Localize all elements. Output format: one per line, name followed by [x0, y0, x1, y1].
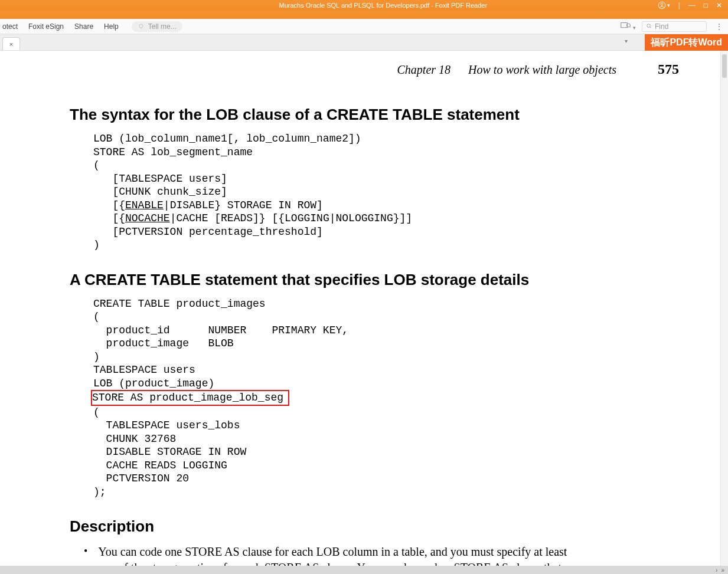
bullet-1: • You can code one STORE AS clause for e…	[84, 544, 685, 566]
svg-point-2	[139, 24, 143, 28]
more-menu[interactable]: ⋮	[713, 22, 726, 31]
status-bar: › »	[0, 566, 728, 574]
esign-tab[interactable]: Foxit eSign	[28, 22, 64, 31]
bullet-icon: •	[84, 544, 87, 566]
tell-me-placeholder: Tell me...	[148, 22, 177, 31]
page-content: Chapter 18 How to work with large object…	[0, 51, 720, 566]
find-input[interactable]: Find	[642, 21, 707, 32]
svg-point-5	[647, 24, 651, 28]
vertical-scrollbar[interactable]	[720, 51, 728, 566]
section-1-title: The syntax for the LOB clause of a CREAT…	[70, 106, 685, 124]
section-2-title: A CREATE TABLE statement that specifies …	[70, 271, 685, 289]
document-tab[interactable]: ×	[2, 37, 20, 50]
status-next-icon[interactable]: ›	[716, 567, 717, 573]
find-placeholder: Find	[655, 22, 668, 31]
pdf-to-word-button[interactable]: 福昕PDF转Word	[645, 34, 728, 51]
maximize-button[interactable]: □	[704, 1, 708, 9]
svg-point-1	[661, 3, 663, 5]
description-title: Description	[70, 517, 685, 536]
ribbon-spacer	[0, 11, 728, 19]
minimize-button[interactable]: —	[688, 1, 696, 9]
svg-rect-3	[621, 23, 627, 28]
highlighted-code: STORE AS product_image_lob_seg	[91, 390, 289, 406]
scrollbar-thumb[interactable]	[722, 54, 727, 78]
protect-tab[interactable]: otect	[2, 22, 18, 31]
window-title: Murachs Oracle SQL and PLSQL for Develop…	[109, 2, 658, 9]
bulb-icon	[138, 23, 145, 30]
tell-me-search[interactable]: Tell me...	[132, 21, 182, 32]
document-viewport[interactable]: Chapter 18 How to work with large object…	[0, 51, 720, 566]
chapter-label: Chapter 18	[397, 63, 451, 77]
share-tab[interactable]: Share	[74, 22, 93, 31]
tab-close-icon[interactable]: ×	[9, 41, 13, 48]
toolbar: otect Foxit eSign Share Help Tell me... …	[0, 19, 728, 34]
code-block-1: LOB (lob_column_name1[, lob_column_name2…	[93, 132, 685, 252]
quick-find-tool[interactable]: ▾	[621, 21, 636, 31]
title-bar: Murachs Oracle SQL and PLSQL for Develop…	[0, 0, 728, 11]
page-number: 575	[658, 61, 679, 77]
status-end-icon[interactable]: »	[721, 567, 724, 573]
search-icon	[646, 23, 652, 29]
help-tab[interactable]: Help	[104, 22, 119, 31]
account-icon[interactable]: ▾	[658, 1, 670, 9]
close-button[interactable]: ✕	[716, 1, 722, 9]
code-block-2: CREATE TABLE product_images ( product_id…	[93, 297, 685, 499]
tab-list-dropdown[interactable]: ▾	[625, 38, 628, 44]
chapter-title: How to work with large objects	[468, 63, 616, 77]
document-tab-strip: × ▾ 福昕PDF转Word	[0, 34, 728, 51]
